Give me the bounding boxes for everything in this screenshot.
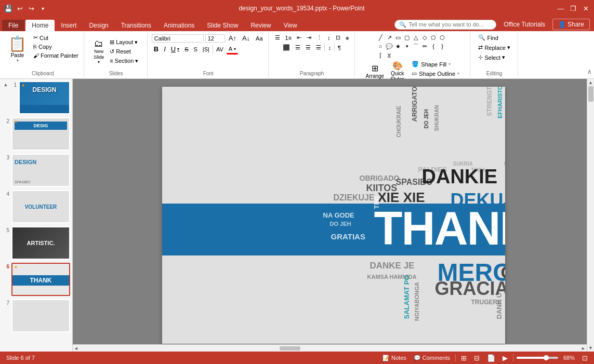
shape-star[interactable]: ★ bbox=[394, 42, 402, 50]
clear-format-button[interactable]: Aa bbox=[254, 34, 265, 43]
shape-callout[interactable]: 💬 bbox=[385, 42, 393, 50]
justify-button[interactable]: ☰ bbox=[314, 43, 323, 52]
text-direction-button[interactable]: ↕ bbox=[325, 33, 333, 42]
slide-canvas[interactable]: CHOUKRAIE ARRIGATO DO JEH SHUKRAN STRENG… bbox=[162, 87, 505, 344]
shape-more[interactable]: ▾ bbox=[403, 42, 411, 50]
cut-button[interactable]: ✂ Cut bbox=[31, 33, 81, 42]
slide-sorter-button[interactable]: ⊟ bbox=[472, 354, 482, 362]
ribbon-collapse-button[interactable]: ∧ bbox=[587, 32, 592, 77]
tab-file[interactable]: File bbox=[2, 20, 24, 31]
shape-pentagon[interactable]: ⬠ bbox=[429, 33, 438, 42]
share-button[interactable]: 👤 Share bbox=[552, 19, 590, 30]
tab-transitions[interactable]: Transitions bbox=[115, 20, 157, 31]
scroll-up-button[interactable]: ▲ bbox=[587, 79, 595, 86]
shape-hexagon[interactable]: ⬡ bbox=[438, 33, 446, 42]
shape-arrow[interactable]: ↗ bbox=[385, 33, 393, 42]
normal-view-button[interactable]: ⊞ bbox=[459, 354, 469, 362]
paste-dropdown[interactable]: ▾ bbox=[17, 58, 19, 63]
text-shadow-button[interactable]: S bbox=[192, 45, 200, 53]
align-center-button[interactable]: ☰ bbox=[293, 43, 302, 52]
scroll-right-button[interactable]: ► bbox=[580, 345, 587, 352]
strikethrough-button[interactable]: S bbox=[182, 45, 190, 53]
new-slide-button[interactable]: 🗂 New Slide ▾ bbox=[91, 37, 106, 66]
shape-line[interactable]: ╱ bbox=[376, 33, 385, 42]
redo-icon[interactable]: ↪ bbox=[27, 4, 35, 12]
bold-button[interactable]: B bbox=[152, 44, 161, 54]
shape-triangle[interactable]: △ bbox=[412, 33, 420, 42]
bullets-button[interactable]: ☰ bbox=[273, 33, 282, 42]
align-left-button[interactable]: ⬛ bbox=[281, 43, 292, 52]
close-button[interactable]: ✕ bbox=[582, 4, 590, 12]
zoom-thumb[interactable] bbox=[544, 355, 549, 360]
tab-animations[interactable]: Animations bbox=[157, 20, 201, 31]
tab-home[interactable]: Home bbox=[25, 20, 55, 31]
layout-button[interactable]: ⊞ Layout ▾ bbox=[108, 38, 140, 47]
font-spacing-button[interactable]: AV bbox=[214, 45, 226, 53]
scroll-thumb[interactable] bbox=[588, 86, 593, 102]
font-name-selector[interactable]: Calibri bbox=[152, 34, 204, 43]
underline-button[interactable]: U ▾ bbox=[169, 44, 181, 54]
zoom-level[interactable]: 68% bbox=[561, 354, 577, 361]
slide-thumb-1[interactable]: 1 DESIGN ★ bbox=[9, 81, 70, 114]
restore-button[interactable]: ❐ bbox=[569, 4, 577, 12]
office-tutorials-button[interactable]: Office Tutorials bbox=[498, 19, 550, 30]
quick-access-dropdown[interactable]: ▾ bbox=[38, 4, 47, 12]
numbering-button[interactable]: 1≡ bbox=[283, 33, 294, 42]
tab-review[interactable]: Review bbox=[244, 20, 277, 31]
shape-rounded-rect[interactable]: ▢ bbox=[403, 33, 411, 42]
slideshow-button[interactable]: ▶ bbox=[500, 354, 510, 362]
align-text-button[interactable]: ⊡ bbox=[334, 33, 342, 42]
line-spacing-button[interactable]: ↕ bbox=[326, 43, 333, 52]
scroll-down-button[interactable]: ▼ bbox=[587, 344, 595, 352]
shape-special[interactable]: ⧖ bbox=[385, 51, 393, 59]
slide-thumb-5[interactable]: 5 ARTISTIC. bbox=[2, 226, 70, 260]
zoom-slider[interactable] bbox=[517, 357, 558, 359]
increase-indent-button[interactable]: ⇥ bbox=[305, 33, 313, 42]
shape-curve[interactable]: ⌒ bbox=[412, 42, 420, 50]
slide-thumb-7[interactable]: 7 bbox=[2, 299, 70, 332]
clear-all-button[interactable]: |S| bbox=[201, 45, 212, 53]
font-color-button[interactable]: A ▾ bbox=[227, 45, 238, 55]
font-size-selector[interactable]: 12 bbox=[205, 34, 225, 43]
section-button[interactable]: ≡ Section ▾ bbox=[108, 57, 140, 65]
shape-lbrace[interactable]: { bbox=[429, 42, 438, 50]
minimize-button[interactable]: — bbox=[557, 4, 565, 12]
shape-fill-button[interactable]: 🪣 Shape Fill ▾ bbox=[408, 60, 464, 69]
columns-button[interactable]: ⋮ bbox=[314, 33, 324, 42]
paste-button[interactable]: 📋 Paste ▾ bbox=[5, 33, 30, 64]
undo-icon[interactable]: ↩ bbox=[16, 4, 24, 12]
tab-view[interactable]: View bbox=[278, 20, 303, 31]
increase-font-button[interactable]: A↑ bbox=[227, 33, 239, 43]
format-painter-button[interactable]: 🖌 Format Painter bbox=[31, 51, 81, 60]
slide-thumb-4[interactable]: 4 VOLUNTEER bbox=[2, 190, 70, 223]
copy-button[interactable]: ⎘ Copy bbox=[31, 43, 81, 51]
shape-outline-button[interactable]: ▭ Shape Outline ▾ bbox=[408, 69, 464, 78]
save-icon[interactable]: 💾 bbox=[4, 4, 12, 12]
tell-me-search[interactable]: 🔍 bbox=[394, 20, 496, 30]
reset-button[interactable]: ↺ Reset bbox=[108, 47, 140, 56]
scroll-left-button[interactable]: ◄ bbox=[73, 345, 80, 352]
find-button[interactable]: 🔍 Find bbox=[476, 33, 500, 42]
h-scroll-thumb[interactable] bbox=[280, 346, 300, 350]
align-right-button[interactable]: ☰ bbox=[303, 43, 313, 52]
smartart-button[interactable]: ⎈ bbox=[344, 33, 351, 42]
decrease-indent-button[interactable]: ⇤ bbox=[295, 33, 303, 42]
comments-button[interactable]: 💬 Comments bbox=[412, 354, 452, 362]
slide-thumb-6[interactable]: 6 THANK ★ bbox=[2, 263, 70, 296]
shape-freeform[interactable]: ✏ bbox=[420, 42, 429, 50]
shape-ellipse[interactable]: ○ bbox=[376, 42, 385, 50]
replace-button[interactable]: ⇄ Replace ▾ bbox=[476, 43, 512, 52]
shape-rect[interactable]: ▭ bbox=[394, 33, 402, 42]
slide-thumb-3[interactable]: 3 DESIGN SPASIBO bbox=[2, 154, 70, 187]
decrease-font-button[interactable]: A↓ bbox=[240, 33, 252, 43]
notes-button[interactable]: 📝 Notes bbox=[380, 354, 408, 362]
tab-slideshow[interactable]: Slide Show bbox=[201, 20, 244, 31]
reading-view-button[interactable]: 📄 bbox=[485, 354, 497, 362]
slide-thumb-2[interactable]: 2 DESIG ★ bbox=[2, 117, 70, 151]
slide-panel-scroll-up[interactable]: ▲ bbox=[4, 82, 8, 87]
search-input[interactable] bbox=[408, 21, 492, 28]
italic-button[interactable]: I bbox=[162, 44, 168, 54]
tab-design[interactable]: Design bbox=[83, 20, 114, 31]
tab-insert[interactable]: Insert bbox=[55, 20, 83, 31]
select-button[interactable]: ⊹ Select ▾ bbox=[476, 53, 507, 62]
